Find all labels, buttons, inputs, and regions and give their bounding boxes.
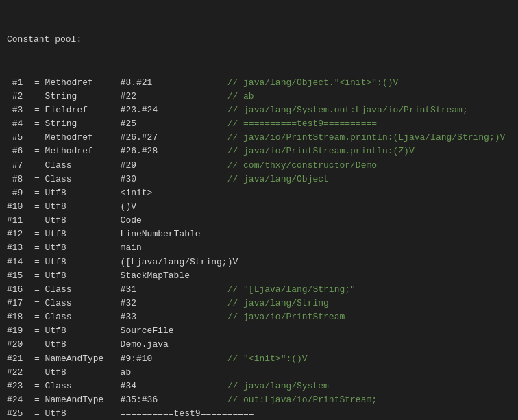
- entry-number: #16: [7, 283, 34, 297]
- entry-equals: =: [34, 103, 45, 117]
- entry-equals: =: [34, 90, 45, 103]
- entry-number: #13: [7, 241, 34, 255]
- entry-number: #19: [7, 324, 34, 338]
- entry-ref: #35:#36: [121, 393, 227, 407]
- entry-type: Fieldref: [45, 103, 121, 117]
- entry-type: Class: [45, 310, 121, 324]
- entry-number: #22: [7, 366, 34, 380]
- table-row: #11 = Utf8 Code: [7, 214, 511, 227]
- entry-ref: #8.#21: [121, 76, 227, 90]
- entry-equals: =: [34, 214, 45, 227]
- entry-comment: // java/io/PrintStream: [227, 310, 345, 324]
- entry-equals: =: [34, 186, 45, 200]
- entry-ref: Code: [121, 214, 227, 227]
- entry-comment: // "<init>":()V: [227, 352, 308, 366]
- entry-number: #10: [7, 200, 34, 214]
- entry-ref: <init>: [121, 186, 227, 200]
- entry-equals: =: [34, 227, 45, 241]
- entry-type: String: [45, 117, 121, 131]
- table-row: #16 = Class #31 // "[Ljava/lang/String;": [7, 283, 511, 297]
- entry-ref: ==========test9==========: [121, 407, 254, 420]
- entry-type: Utf8: [45, 186, 121, 200]
- table-row: #2 = String #22 // ab: [7, 90, 511, 103]
- entry-equals: =: [34, 159, 45, 173]
- table-row: #22 = Utf8 ab: [7, 366, 511, 380]
- entry-ref: #22: [121, 90, 227, 103]
- entry-equals: =: [34, 393, 45, 407]
- entry-equals: =: [34, 366, 45, 380]
- entry-type: Utf8: [45, 241, 121, 255]
- entry-ref: #23.#24: [121, 103, 227, 117]
- constant-pool-block: Constant pool: #1 = Methodref #8.#21 // …: [7, 5, 511, 420]
- entry-comment: // java/lang/Object."<init>":()V: [227, 76, 399, 90]
- entry-type: Methodref: [45, 131, 121, 145]
- entry-number: #21: [7, 352, 34, 366]
- table-row: #9 = Utf8 <init>: [7, 186, 511, 200]
- entry-type: Class: [45, 283, 121, 297]
- entry-comment: // "[Ljava/lang/String;": [227, 283, 356, 297]
- entry-comment: // java/lang/System: [227, 380, 329, 393]
- entry-ref: LineNumberTable: [121, 227, 227, 241]
- entry-equals: =: [34, 338, 45, 351]
- entry-number: #18: [7, 310, 34, 324]
- entry-number: #17: [7, 297, 34, 310]
- entry-equals: =: [34, 256, 45, 269]
- entry-equals: =: [34, 241, 45, 255]
- entry-comment: // java/lang/System.out:Ljava/io/PrintSt…: [227, 103, 468, 117]
- table-row: #12 = Utf8 LineNumberTable: [7, 227, 511, 241]
- entry-equals: =: [34, 324, 45, 338]
- entry-equals: =: [34, 131, 45, 145]
- entry-type: Class: [45, 159, 121, 173]
- entry-comment: // com/thxy/constructor/Demo: [227, 159, 377, 173]
- entry-ref: ([Ljava/lang/String;)V: [121, 256, 238, 269]
- entry-type: String: [45, 90, 121, 103]
- table-row: #13 = Utf8 main: [7, 241, 511, 255]
- entry-ref: #32: [121, 297, 227, 310]
- table-row: #19 = Utf8 SourceFile: [7, 324, 511, 338]
- entry-ref: #9:#10: [121, 352, 227, 366]
- entry-ref: #29: [121, 159, 227, 173]
- entry-type: Utf8: [45, 407, 121, 420]
- table-row: #1 = Methodref #8.#21 // java/lang/Objec…: [7, 76, 511, 90]
- entry-type: Methodref: [45, 76, 121, 90]
- table-row: #24 = NameAndType #35:#36 // out:Ljava/i…: [7, 393, 511, 407]
- entry-ref: ab: [121, 366, 227, 380]
- table-row: #6 = Methodref #26.#28 // java/io/PrintS…: [7, 145, 511, 158]
- entry-ref: #26.#28: [121, 145, 227, 158]
- table-row: #3 = Fieldref #23.#24 // java/lang/Syste…: [7, 103, 511, 117]
- table-row: #4 = String #25 // ==========test9======…: [7, 117, 511, 131]
- entry-number: #14: [7, 256, 34, 269]
- entry-comment: // java/io/PrintStream.println:(Ljava/la…: [227, 131, 506, 145]
- entry-equals: =: [34, 297, 45, 310]
- entry-comment: // ==========test9==========: [227, 117, 377, 131]
- entry-number: #12: [7, 227, 34, 241]
- table-row: #5 = Methodref #26.#27 // java/io/PrintS…: [7, 131, 511, 145]
- entry-type: Utf8: [45, 324, 121, 338]
- entry-ref: ()V: [121, 200, 227, 214]
- entry-number: #9: [7, 186, 34, 200]
- entry-type: Class: [45, 173, 121, 186]
- entry-equals: =: [34, 173, 45, 186]
- entry-type: Utf8: [45, 338, 121, 351]
- entry-ref: Demo.java: [121, 338, 227, 351]
- entry-ref: StackMapTable: [121, 269, 227, 283]
- entry-equals: =: [34, 117, 45, 131]
- entry-ref: #25: [121, 117, 227, 131]
- entry-comment: // java/lang/String: [227, 297, 329, 310]
- entry-type: Utf8: [45, 214, 121, 227]
- table-row: #18 = Class #33 // java/io/PrintStream: [7, 310, 511, 324]
- entry-comment: // java/io/PrintStream.println:(Z)V: [227, 145, 415, 158]
- table-row: #14 = Utf8 ([Ljava/lang/String;)V: [7, 256, 511, 269]
- entry-number: #24: [7, 393, 34, 407]
- entry-number: #3: [7, 103, 34, 117]
- entry-number: #7: [7, 159, 34, 173]
- entry-equals: =: [34, 76, 45, 90]
- table-row: #25 = Utf8 ==========test9==========: [7, 407, 511, 420]
- entry-number: #11: [7, 214, 34, 227]
- entry-equals: =: [34, 310, 45, 324]
- entry-equals: =: [34, 200, 45, 214]
- entry-ref: #34: [121, 380, 227, 393]
- table-row: #20 = Utf8 Demo.java: [7, 338, 511, 351]
- entry-number: #20: [7, 338, 34, 351]
- entry-equals: =: [34, 380, 45, 393]
